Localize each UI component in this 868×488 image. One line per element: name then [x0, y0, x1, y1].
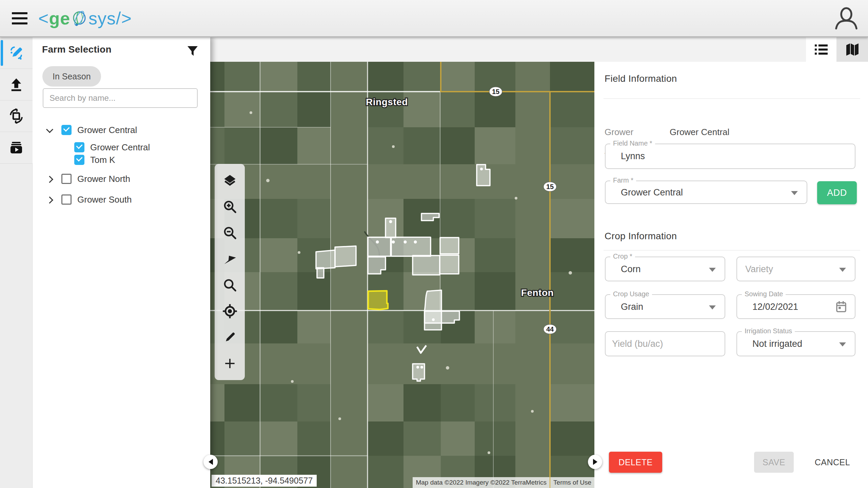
zoom-out-button[interactable]	[220, 223, 240, 243]
map-canvas: Ringsted Fenton 15 15 44	[210, 62, 594, 488]
app-header: <ge sys/>	[0, 0, 868, 37]
dropdown-icon	[791, 191, 798, 195]
geosys-logo: <ge sys/>	[38, 8, 132, 29]
tree-row-grower-central-child[interactable]: Grower Central	[74, 140, 150, 154]
irrigation-value: Not irrigated	[752, 339, 802, 349]
crop-value: Corn	[621, 264, 641, 274]
logo-close-bracket: />	[116, 8, 132, 29]
my-location-button[interactable]	[220, 301, 240, 321]
highway-shield-15a-label: 15	[492, 88, 499, 95]
filter-icon	[186, 45, 199, 57]
checkbox-grower-central[interactable]	[61, 125, 72, 135]
collapse-left-panel-button[interactable]	[203, 455, 218, 469]
field-name-input[interactable]	[606, 144, 855, 168]
add-shape-icon	[223, 357, 237, 370]
sowing-date-field[interactable]: Sowing Date 12/02/2021	[736, 294, 855, 319]
sidebar-item-upload[interactable]	[0, 69, 33, 100]
farm-label: Farm *	[610, 176, 636, 184]
checkbox-tom-k[interactable]	[74, 155, 84, 165]
chevron-right-icon[interactable]	[46, 196, 54, 203]
view-toggle	[806, 37, 868, 62]
farm-select[interactable]: Farm * Grower Central	[605, 181, 807, 204]
zoom-in-button[interactable]	[220, 196, 240, 217]
sidebar-item-crop-rotate[interactable]	[0, 100, 33, 132]
variety-select[interactable]: Variety	[736, 257, 855, 281]
calendar-icon[interactable]	[836, 301, 847, 313]
my-location-icon	[222, 303, 238, 319]
terms-of-use-link[interactable]: Terms of Use	[550, 477, 594, 488]
chevron-left-icon	[209, 459, 213, 465]
draw-button[interactable]	[220, 327, 240, 348]
town-label-fenton: Fenton	[521, 287, 554, 298]
irrigation-select[interactable]: Irrigation Status Not irrigated	[736, 331, 855, 356]
user-icon	[832, 4, 861, 33]
add-shape-button[interactable]	[220, 353, 240, 374]
sidebar-item-draw-fields[interactable]	[0, 37, 33, 69]
irrigation-label: Irrigation Status	[742, 327, 795, 335]
chevron-right-icon	[593, 459, 597, 465]
checkbox-grower-central-child[interactable]	[74, 142, 84, 152]
hamburger-menu-button[interactable]	[12, 12, 27, 24]
crop-usage-select[interactable]: Crop Usage Grain	[605, 294, 725, 319]
variety-placeholder: Variety	[745, 264, 773, 274]
hamburger-icon	[12, 12, 27, 14]
highway-shield-44-label: 44	[546, 325, 554, 333]
list-view-button[interactable]	[806, 37, 836, 62]
delete-button[interactable]: DELETE	[609, 452, 662, 473]
map-field-patches	[210, 62, 594, 488]
tree-row-tom-k[interactable]: Tom K	[74, 153, 115, 167]
map-view-button[interactable]	[836, 37, 868, 62]
tree-row-grower-north[interactable]: Grower North	[46, 172, 130, 186]
logo-open-bracket: <	[38, 8, 49, 29]
in-season-chip[interactable]: In Season	[42, 66, 101, 87]
tree-row-grower-central[interactable]: Grower Central	[46, 123, 137, 137]
map-toolbar-strip	[210, 37, 868, 62]
zoom-in-icon	[222, 199, 237, 214]
checkbox-grower-north[interactable]	[61, 174, 72, 184]
checkbox-grower-south[interactable]	[61, 194, 72, 205]
left-icon-sidebar	[0, 37, 33, 488]
zoom-out-icon	[222, 225, 237, 240]
globe-icon	[71, 9, 88, 28]
add-button[interactable]: ADD	[817, 181, 857, 204]
search-input[interactable]	[43, 88, 198, 108]
map-attribution: Map data ©2022 Imagery ©2022 TerraMetric…	[413, 477, 594, 488]
divider	[604, 250, 860, 250]
field-information-title: Field Information	[605, 73, 677, 84]
data-archive-icon	[8, 140, 24, 155]
field-name-fieldset: Field Name *	[605, 144, 855, 169]
save-button[interactable]: SAVE	[754, 452, 794, 473]
chevron-down-icon[interactable]	[46, 126, 54, 134]
dropdown-icon	[709, 268, 716, 272]
grower-value: Grower Central	[670, 127, 729, 137]
expand-right-panel-button[interactable]	[588, 455, 602, 469]
farm-selection-panel: Farm Selection In Season Grower Central …	[33, 37, 210, 488]
crop-usage-label: Crop Usage	[610, 290, 652, 298]
crop-label: Crop *	[610, 252, 635, 260]
map-coordinates: 43.1515213, -94.5490577	[212, 475, 317, 487]
highway-shield-15b-label: 15	[546, 183, 554, 190]
sowing-date-label: Sowing Date	[742, 290, 786, 298]
cancel-button[interactable]: CANCEL	[807, 452, 858, 473]
tree-label: Grower South	[77, 194, 132, 205]
upload-icon	[9, 77, 24, 92]
crop-select[interactable]: Crop * Corn	[605, 257, 725, 281]
search-map-button[interactable]	[220, 275, 240, 295]
list-view-icon	[814, 43, 828, 56]
app-root: <ge sys/>	[0, 0, 868, 488]
tree-label: Grower North	[77, 174, 130, 184]
tree-label: Grower Central	[77, 125, 137, 135]
navigate-button[interactable]	[220, 249, 240, 269]
user-profile-button[interactable]	[832, 4, 861, 33]
tree-row-grower-south[interactable]: Grower South	[46, 193, 132, 206]
chevron-right-icon[interactable]	[46, 175, 54, 183]
satellite-map[interactable]: Ringsted Fenton 15 15 44	[210, 62, 594, 488]
crop-information-title: Crop Information	[605, 231, 677, 242]
map-view-icon	[845, 42, 860, 57]
yield-input[interactable]	[606, 332, 725, 356]
sidebar-item-data-archive[interactable]	[0, 132, 33, 164]
layers-button[interactable]	[220, 170, 240, 191]
filter-button[interactable]	[186, 45, 199, 58]
grower-label: Grower	[605, 127, 633, 137]
selected-field-polygon[interactable]	[368, 291, 388, 309]
